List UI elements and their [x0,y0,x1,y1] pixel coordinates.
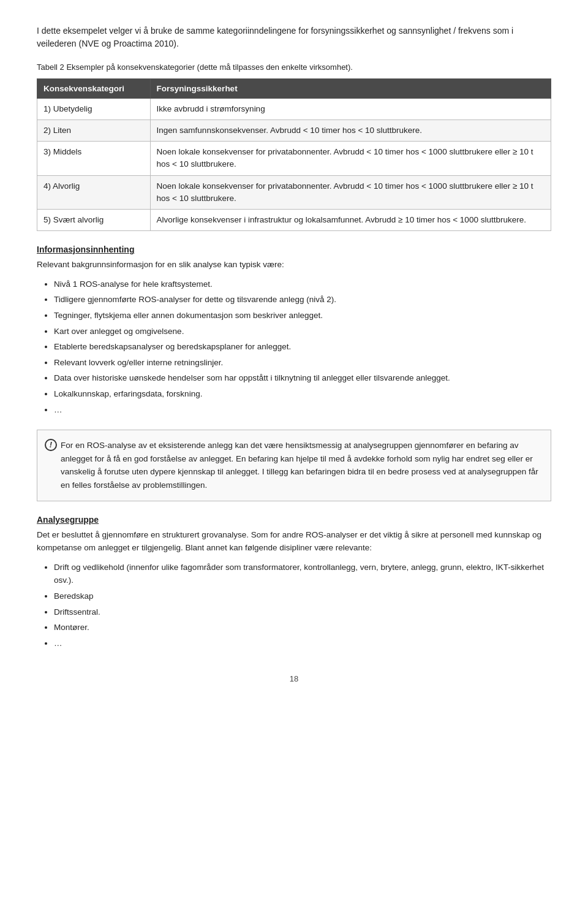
list-item: Etablerte beredskapsanalyser og beredska… [54,340,551,354]
exclamation-icon: ! [45,439,57,451]
list-item: … [54,637,551,650]
informasjon-body: Relevant bakgrunnsinformasjon for en sli… [37,258,551,271]
consequence-table: Konsekvenskategori Forsyningssikkerhet 1… [37,78,551,232]
list-item: Beredskap [54,590,551,603]
table-cell-description: Ingen samfunnskonsekvenser. Avbrudd < 10… [150,120,551,141]
table-cell-description: Noen lokale konsekvenser for privatabonn… [150,175,551,210]
list-item: Tegninger, flytskjema eller annen dokume… [54,309,551,322]
table-cell-category: 5) Svært alvorlig [37,210,151,231]
list-item: Nivå 1 ROS-analyse for hele kraftsysteme… [54,278,551,291]
analysegruppe-list: Drift og vedlikehold (innenfor ulike fag… [54,561,551,650]
list-item: … [54,403,551,417]
analysegruppe-heading: Analysegruppe [37,515,551,525]
table-cell-description: Alvorlige konsekvenser i infrastruktur o… [150,210,551,231]
table-caption: Tabell 2 Eksempler på konsekvenskategori… [37,61,551,74]
analysegruppe-body: Det er besluttet å gjennomføre en strukt… [37,528,551,555]
table-header-security: Forsyningssikkerhet [150,78,551,98]
list-item: Tidligere gjennomførte ROS-analyser for … [54,293,551,306]
list-item: Lokalkunnskap, erfaringsdata, forskning. [54,387,551,401]
informasjon-heading: Informasjonsinnhenting [37,245,551,254]
table-cell-category: 3) Middels [37,142,151,176]
table-cell-category: 2) Liten [37,120,151,141]
table-cell-category: 1) Ubetydelig [37,98,151,120]
table-cell-description: Noen lokale konsekvenser for privatabonn… [150,142,551,176]
page-number: 18 [37,674,551,683]
informasjon-list: Nivå 1 ROS-analyse for hele kraftsysteme… [54,278,551,416]
list-item: Kart over anlegget og omgivelsene. [54,325,551,338]
table-cell-description: Ikke avbrudd i strømforsyning [150,98,551,120]
list-item: Drift og vedlikehold (innenfor ulike fag… [54,561,551,587]
list-item: Driftssentral. [54,606,551,619]
callout-box: ! For en ROS-analyse av et eksisterende … [37,430,551,501]
table-cell-category: 4) Alvorlig [37,175,151,210]
table-header-category: Konsekvenskategori [37,78,151,98]
callout-text: For en ROS-analyse av et eksisterende an… [61,441,538,490]
list-item: Data over historiske uønskede hendelser … [54,371,551,385]
intro-paragraph: I dette eksempelet velger vi å bruke de … [37,25,551,50]
list-item: Relevant lovverk og/eller interne retnin… [54,356,551,370]
list-item: Montører. [54,621,551,634]
